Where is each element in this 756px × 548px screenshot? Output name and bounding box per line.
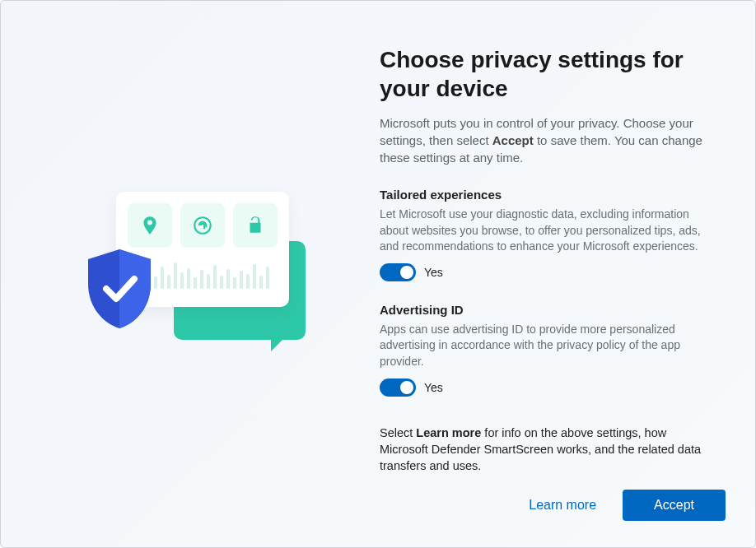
footnote-bold: Learn more	[416, 426, 481, 439]
svg-point-0	[194, 217, 211, 234]
action-bar: Learn more Accept	[529, 490, 726, 521]
toggle-state-label: Yes	[424, 266, 443, 279]
footnote-text: Select Learn more for info on the above …	[380, 425, 716, 475]
oobe-privacy-window: { "heading": "Choose privacy settings fo…	[0, 0, 756, 548]
page-title: Choose privacy settings for your device	[380, 45, 716, 103]
privacy-illustration	[75, 183, 306, 365]
location-pin-icon	[128, 203, 172, 248]
toggle-advertising-id[interactable]	[380, 378, 416, 397]
footnote-pre: Select	[380, 426, 416, 439]
toggle-state-label: Yes	[424, 381, 443, 394]
section-advertising-id: Advertising ID Apps can use advertising …	[380, 303, 716, 397]
fingerprint-icon	[180, 203, 225, 248]
section-tailored-experiences: Tailored experiences Let Microsoft use y…	[380, 188, 716, 281]
section-title: Tailored experiences	[380, 188, 716, 202]
section-desc: Apps can use advertising ID to provide m…	[380, 322, 716, 370]
intro-text: Microsoft puts you in control of your pr…	[380, 114, 716, 166]
unlock-icon	[233, 203, 278, 248]
settings-pane: Choose privacy settings for your device …	[380, 1, 755, 547]
intro-bold: Accept	[492, 133, 534, 147]
accept-button[interactable]: Accept	[623, 490, 726, 521]
section-desc: Let Microsoft use your diagnostic data, …	[380, 207, 716, 255]
illustration-pane	[1, 1, 380, 547]
shield-check-icon	[83, 248, 156, 330]
section-title: Advertising ID	[380, 303, 716, 317]
toggle-tailored-experiences[interactable]	[380, 263, 416, 281]
learn-more-button[interactable]: Learn more	[529, 498, 596, 513]
